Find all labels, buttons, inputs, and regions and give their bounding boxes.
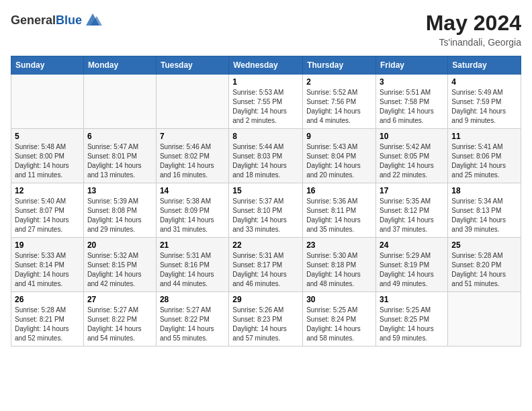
- weekday-header-tuesday: Tuesday: [156, 56, 228, 75]
- day-info: Sunrise: 5:31 AM Sunset: 8:16 PM Dayligh…: [160, 251, 225, 289]
- day-info: Sunrise: 5:25 AM Sunset: 8:24 PM Dayligh…: [306, 306, 372, 343]
- logo-general: General: [11, 13, 56, 27]
- calendar-cell: 30Sunrise: 5:25 AM Sunset: 8:24 PM Dayli…: [303, 292, 376, 347]
- day-number: 16: [306, 186, 372, 195]
- day-number: 4: [451, 77, 517, 87]
- day-number: 20: [87, 240, 152, 250]
- day-number: 30: [306, 295, 372, 304]
- logo: GeneralBlue: [11, 11, 102, 30]
- calendar-week-1: 1Sunrise: 5:53 AM Sunset: 7:55 PM Daylig…: [11, 75, 521, 129]
- logo-icon: [83, 11, 102, 30]
- title-area: May 2024 Ts'inandali, Georgia: [426, 11, 521, 48]
- calendar-cell: 3Sunrise: 5:51 AM Sunset: 7:58 PM Daylig…: [376, 75, 448, 129]
- day-number: 22: [232, 240, 299, 250]
- day-number: 13: [87, 186, 152, 195]
- day-info: Sunrise: 5:52 AM Sunset: 7:56 PM Dayligh…: [306, 88, 372, 126]
- day-number: 23: [306, 240, 372, 250]
- day-info: Sunrise: 5:49 AM Sunset: 7:59 PM Dayligh…: [451, 88, 517, 126]
- calendar-week-2: 5Sunrise: 5:48 AM Sunset: 8:00 PM Daylig…: [11, 129, 521, 183]
- day-number: 27: [87, 295, 152, 304]
- day-number: 26: [15, 295, 80, 304]
- calendar-cell: [83, 75, 156, 129]
- calendar-week-4: 19Sunrise: 5:33 AM Sunset: 8:14 PM Dayli…: [11, 238, 521, 292]
- calendar-table: SundayMondayTuesdayWednesdayThursdayFrid…: [11, 56, 521, 347]
- page-header: GeneralBlue May 2024 Ts'inandali, Georgi…: [11, 11, 521, 48]
- day-info: Sunrise: 5:51 AM Sunset: 7:58 PM Dayligh…: [380, 88, 444, 126]
- calendar-cell: 13Sunrise: 5:39 AM Sunset: 8:08 PM Dayli…: [83, 183, 156, 238]
- calendar-header: SundayMondayTuesdayWednesdayThursdayFrid…: [11, 56, 521, 75]
- calendar-cell: 2Sunrise: 5:52 AM Sunset: 7:56 PM Daylig…: [303, 75, 376, 129]
- calendar-cell: 24Sunrise: 5:29 AM Sunset: 8:19 PM Dayli…: [376, 238, 448, 292]
- calendar-cell: 7Sunrise: 5:46 AM Sunset: 8:02 PM Daylig…: [156, 129, 228, 183]
- day-number: 15: [232, 186, 299, 195]
- day-number: 14: [160, 186, 225, 195]
- logo-text: GeneralBlue: [11, 13, 82, 28]
- day-number: 19: [15, 240, 80, 250]
- calendar-cell: 22Sunrise: 5:31 AM Sunset: 8:17 PM Dayli…: [229, 238, 303, 292]
- calendar-cell: 23Sunrise: 5:30 AM Sunset: 8:18 PM Dayli…: [303, 238, 376, 292]
- calendar-cell: 21Sunrise: 5:31 AM Sunset: 8:16 PM Dayli…: [156, 238, 228, 292]
- calendar-cell: 6Sunrise: 5:47 AM Sunset: 8:01 PM Daylig…: [83, 129, 156, 183]
- day-info: Sunrise: 5:26 AM Sunset: 8:23 PM Dayligh…: [232, 306, 299, 343]
- day-number: 1: [232, 77, 299, 87]
- calendar-cell: [448, 292, 521, 347]
- calendar-cell: 8Sunrise: 5:44 AM Sunset: 8:03 PM Daylig…: [229, 129, 303, 183]
- weekday-header-thursday: Thursday: [303, 56, 376, 75]
- day-number: 3: [380, 77, 444, 87]
- calendar-cell: 10Sunrise: 5:42 AM Sunset: 8:05 PM Dayli…: [376, 129, 448, 183]
- calendar-cell: 15Sunrise: 5:37 AM Sunset: 8:10 PM Dayli…: [229, 183, 303, 238]
- weekday-header-friday: Friday: [376, 56, 448, 75]
- day-number: 28: [160, 295, 225, 304]
- day-info: Sunrise: 5:33 AM Sunset: 8:14 PM Dayligh…: [15, 251, 80, 289]
- month-year-title: May 2024: [426, 11, 521, 36]
- calendar-cell: 19Sunrise: 5:33 AM Sunset: 8:14 PM Dayli…: [11, 238, 84, 292]
- day-number: 10: [380, 132, 444, 141]
- logo-blue: Blue: [56, 13, 82, 27]
- calendar-cell: 29Sunrise: 5:26 AM Sunset: 8:23 PM Dayli…: [229, 292, 303, 347]
- day-number: 24: [380, 240, 444, 250]
- day-number: 31: [380, 295, 444, 304]
- day-info: Sunrise: 5:35 AM Sunset: 8:12 PM Dayligh…: [380, 197, 444, 234]
- calendar-cell: 18Sunrise: 5:34 AM Sunset: 8:13 PM Dayli…: [448, 183, 521, 238]
- day-number: 25: [451, 240, 517, 250]
- calendar-week-3: 12Sunrise: 5:40 AM Sunset: 8:07 PM Dayli…: [11, 183, 521, 238]
- day-info: Sunrise: 5:28 AM Sunset: 8:20 PM Dayligh…: [451, 251, 517, 289]
- calendar-cell: 31Sunrise: 5:25 AM Sunset: 8:25 PM Dayli…: [376, 292, 448, 347]
- calendar-cell: 5Sunrise: 5:48 AM Sunset: 8:00 PM Daylig…: [11, 129, 84, 183]
- calendar-cell: 1Sunrise: 5:53 AM Sunset: 7:55 PM Daylig…: [229, 75, 303, 129]
- calendar-cell: 12Sunrise: 5:40 AM Sunset: 8:07 PM Dayli…: [11, 183, 84, 238]
- day-info: Sunrise: 5:40 AM Sunset: 8:07 PM Dayligh…: [15, 197, 80, 234]
- day-info: Sunrise: 5:27 AM Sunset: 8:22 PM Dayligh…: [87, 306, 152, 343]
- calendar-cell: 11Sunrise: 5:41 AM Sunset: 8:06 PM Dayli…: [448, 129, 521, 183]
- weekday-header-monday: Monday: [83, 56, 156, 75]
- calendar-cell: 20Sunrise: 5:32 AM Sunset: 8:15 PM Dayli…: [83, 238, 156, 292]
- calendar-cell: [156, 75, 228, 129]
- calendar-cell: 25Sunrise: 5:28 AM Sunset: 8:20 PM Dayli…: [448, 238, 521, 292]
- day-info: Sunrise: 5:31 AM Sunset: 8:17 PM Dayligh…: [232, 251, 299, 289]
- weekday-header-row: SundayMondayTuesdayWednesdayThursdayFrid…: [11, 56, 521, 75]
- day-info: Sunrise: 5:47 AM Sunset: 8:01 PM Dayligh…: [87, 142, 152, 180]
- day-info: Sunrise: 5:25 AM Sunset: 8:25 PM Dayligh…: [380, 306, 444, 343]
- weekday-header-saturday: Saturday: [448, 56, 521, 75]
- day-number: 8: [232, 132, 299, 141]
- calendar-cell: 4Sunrise: 5:49 AM Sunset: 7:59 PM Daylig…: [448, 75, 521, 129]
- day-info: Sunrise: 5:39 AM Sunset: 8:08 PM Dayligh…: [87, 197, 152, 234]
- calendar-cell: 27Sunrise: 5:27 AM Sunset: 8:22 PM Dayli…: [83, 292, 156, 347]
- day-info: Sunrise: 5:41 AM Sunset: 8:06 PM Dayligh…: [451, 142, 517, 180]
- day-info: Sunrise: 5:53 AM Sunset: 7:55 PM Dayligh…: [232, 88, 299, 126]
- day-info: Sunrise: 5:34 AM Sunset: 8:13 PM Dayligh…: [451, 197, 517, 234]
- day-info: Sunrise: 5:29 AM Sunset: 8:19 PM Dayligh…: [380, 251, 444, 289]
- day-info: Sunrise: 5:43 AM Sunset: 8:04 PM Dayligh…: [306, 142, 372, 180]
- location-subtitle: Ts'inandali, Georgia: [426, 37, 521, 48]
- day-info: Sunrise: 5:37 AM Sunset: 8:10 PM Dayligh…: [232, 197, 299, 234]
- day-number: 2: [306, 77, 372, 87]
- calendar-cell: 16Sunrise: 5:36 AM Sunset: 8:11 PM Dayli…: [303, 183, 376, 238]
- day-number: 12: [15, 186, 80, 195]
- weekday-header-wednesday: Wednesday: [229, 56, 303, 75]
- day-number: 6: [87, 132, 152, 141]
- calendar-body: 1Sunrise: 5:53 AM Sunset: 7:55 PM Daylig…: [11, 75, 521, 347]
- day-info: Sunrise: 5:28 AM Sunset: 8:21 PM Dayligh…: [15, 306, 80, 343]
- day-number: 18: [451, 186, 517, 195]
- day-info: Sunrise: 5:30 AM Sunset: 8:18 PM Dayligh…: [306, 251, 372, 289]
- day-number: 9: [306, 132, 372, 141]
